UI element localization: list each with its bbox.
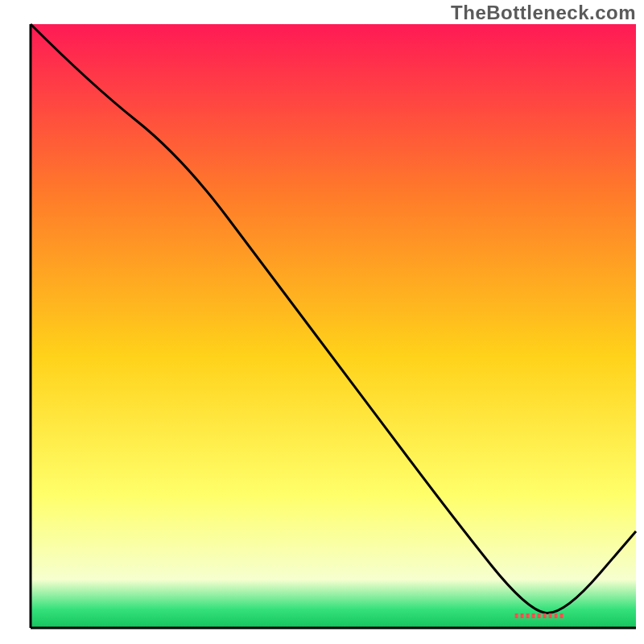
bottleneck-chart <box>0 0 644 644</box>
plot-background <box>31 24 636 628</box>
watermark-text: TheBottleneck.com <box>451 2 636 24</box>
chart-container: TheBottleneck.com <box>0 0 644 644</box>
